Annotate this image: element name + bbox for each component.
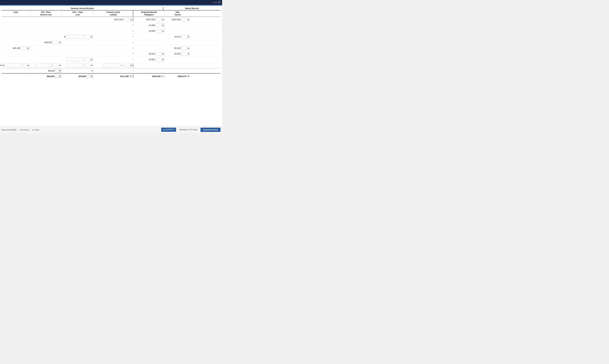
total-oci-prior: $49,500 Dr.Cr. (30, 74, 62, 78)
cell-oci-prior-4 (30, 37, 62, 37)
oci-gain-select-9[interactable]: Dr.Cr. (84, 64, 93, 67)
pbo-select-3[interactable]: Dr.Cr. (156, 29, 164, 33)
oci-prior-select-5[interactable]: Dr.Cr. (52, 41, 61, 44)
plan-select-4[interactable]: Dr.Cr. (181, 35, 190, 38)
sub-pbo (133, 71, 165, 71)
cell-oci-gain-5 (62, 42, 93, 43)
cell-oci-gain-1 (62, 19, 93, 20)
cell-plan-8 (165, 59, 190, 60)
submit-button[interactable]: Submit Answer (200, 128, 221, 132)
oci-gain-input-8[interactable] (66, 58, 84, 61)
col-header-cash: Cash (1, 11, 30, 17)
cell-plan-9 (165, 65, 190, 66)
cash-select-6[interactable]: Dr.Cr. (21, 47, 29, 50)
main-content: General Journal Entries Memo Record Cash… (0, 6, 222, 126)
cell-plan-4: 19,470 Dr.Cr. (165, 35, 190, 39)
cell-oci-gain-8[interactable]: Dr.Cr. (62, 58, 93, 62)
pbo-select-7[interactable]: Dr.Cr. (156, 52, 164, 55)
oci-prior-select-9[interactable]: Dr.Cr. (52, 64, 61, 67)
cell-pension-6 (93, 48, 133, 49)
oci-gain-input-9[interactable] (66, 64, 84, 67)
cell-pbo-9 (133, 65, 165, 66)
cell-oci-gain-9[interactable]: Dr.Cr. (62, 64, 93, 67)
support-button[interactable]: ■ SUPPORT (161, 128, 176, 132)
total-oci-prior-select[interactable]: Dr.Cr. (55, 75, 61, 78)
table-row: 22,000 Dr.Cr. (1, 23, 221, 28)
section-header-row: General Journal Entries Memo Record (1, 7, 221, 11)
cell-cash-4 (1, 37, 30, 37)
table-row: $45,100 Dr.Cr. 45,100 Dr.Cr. (1, 45, 221, 51)
attempts-text: Attempts: 0 of 5 used (179, 129, 197, 131)
cell-plan-2 (165, 25, 190, 26)
cash-input-9[interactable] (5, 64, 22, 67)
pension-input-9[interactable] (103, 64, 120, 67)
pension-select-9[interactable]: Dr.Cr. (124, 64, 132, 67)
bottom-bar: book and Media f Accounts or Later ■ SUP… (0, 126, 222, 133)
cell-oci-gain-4[interactable]: $ Dr.Cr. (62, 35, 93, 39)
sub-pension (93, 71, 133, 71)
cell-pension-9[interactable]: — Dr.Cr. (93, 64, 133, 67)
cell-cash-1 (1, 19, 30, 20)
col-header-oci-gain: OCI— Gain/Loss (62, 11, 93, 17)
table-row: Dr.Cr. 47,850 Dr.Cr. (1, 57, 221, 63)
pbo-select-1[interactable]: Dr.Cr. (156, 18, 164, 21)
plan-select-1[interactable]: Dr.Cr. (181, 18, 190, 21)
oci-prior-input-9[interactable] (34, 64, 52, 67)
score-display: -/ 1.5 (212, 1, 217, 4)
cell-pbo-4 (133, 37, 165, 37)
cash-select-9-left[interactable]: Dr.Cr. (0, 64, 2, 67)
cell-oci-gain-6 (62, 48, 93, 49)
cell-plan-5 (165, 42, 190, 43)
col-header-plan: PlanAssets (165, 11, 190, 17)
cell-cash-9[interactable]: Dr.Cr. $ Dr.Cr. (1, 64, 30, 67)
cell-cash-7 (1, 53, 30, 54)
oci-gain-input-4[interactable] (66, 35, 84, 38)
table-row: 16,500 Dr.Cr. 16,500 Dr.Cr. (1, 51, 221, 57)
cell-cash-2 (1, 25, 30, 26)
cell-plan-6: 45,100 Dr.Cr. (165, 46, 190, 50)
cell-cash-3 (1, 31, 30, 31)
general-journal-header: General Journal Entries (1, 7, 163, 10)
oci-gain-select-4[interactable]: Dr.Cr. (84, 35, 93, 38)
cell-pbo-2: 22,000 Dr.Cr. (133, 24, 165, 27)
bottom-link-2[interactable]: f Accounts (20, 129, 29, 131)
cell-oci-prior-5: $38,500 Dr.Cr. (30, 40, 62, 44)
cell-oci-prior-2 (30, 25, 62, 26)
table-row: Dr.Cr. $ Dr.Cr. Dr.Cr. Dr.Cr. — Dr.Cr. (1, 63, 221, 68)
total-oci-gain-select[interactable]: Dr.Cr. (86, 75, 93, 78)
cell-plan-1: $220,000 Dr.Cr. (165, 18, 190, 22)
total-plan: $268,070 Dr. (165, 75, 190, 78)
sub-oci-prior-select[interactable]: Dr.Cr. (55, 69, 61, 72)
bottom-link-1[interactable]: book and Media (1, 129, 16, 131)
memo-record-header: Memo Record (163, 7, 221, 10)
total-oci-gain: $50,600 Dr.Cr. (62, 74, 93, 78)
table-row: 28,600 Dr.Cr. (1, 28, 221, 34)
cell-pension-5 (93, 42, 133, 43)
sub-cash (1, 71, 30, 71)
cell-pension-3 (93, 31, 133, 31)
cell-plan-7: 16,500 Dr.Cr. (165, 52, 190, 56)
pbo-select-2[interactable]: Dr.Cr. (156, 24, 164, 27)
cell-oci-prior-6 (30, 48, 62, 49)
menu-icon[interactable]: ☰ (218, 1, 221, 4)
plan-select-7[interactable]: Dr.Cr. (181, 52, 190, 55)
cell-pension-7 (93, 53, 133, 54)
table-row: $ Dr.Cr. 19,470 Dr.Cr. (1, 34, 221, 40)
sub-oci-prior: 88,000 Dr.Cr. (30, 69, 62, 73)
pension-select-1[interactable]: Dr.Cr. (124, 18, 132, 21)
cash-select-9[interactable]: Dr.Cr. (23, 64, 29, 67)
top-bar: ‹ › -/ 1.5 ☰ (0, 0, 222, 5)
cell-oci-prior-3 (30, 31, 62, 31)
table-row: $38,500 Dr.Cr. (1, 40, 221, 45)
bottom-link-3[interactable]: or Later (32, 129, 39, 131)
pbo-select-8[interactable]: Dr.Cr. (156, 58, 164, 61)
cell-oci-gain-7 (62, 53, 93, 54)
col-header-pension: Pension Asset/Liability (93, 11, 133, 17)
plan-select-6[interactable]: Dr.Cr. (181, 47, 190, 50)
cell-pension-8 (93, 59, 133, 60)
cell-pbo-6 (133, 48, 165, 49)
cell-oci-prior-9[interactable]: Dr.Cr. (30, 64, 62, 67)
nav-back-icon[interactable]: ‹ (1, 1, 2, 4)
oci-gain-select-8[interactable]: Dr.Cr. (84, 58, 93, 61)
nav-forward-icon[interactable]: › (5, 1, 6, 4)
